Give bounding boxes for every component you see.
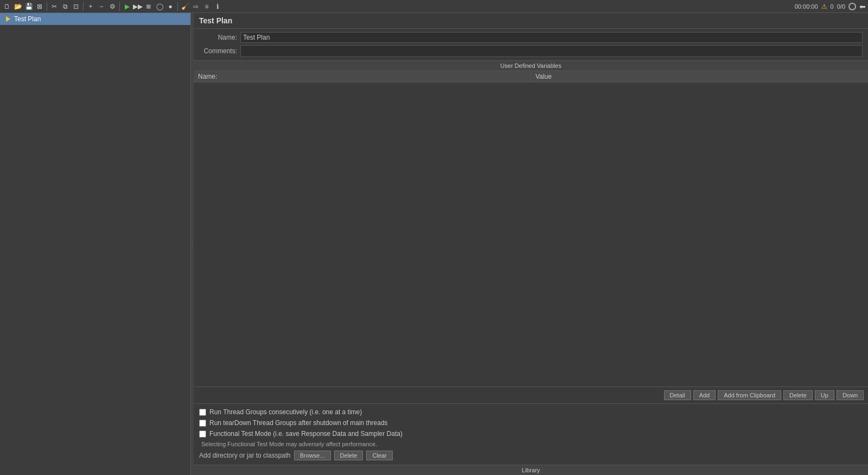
sidebar-item-test-plan[interactable]: Test Plan — [0, 13, 190, 25]
name-input[interactable] — [240, 32, 863, 43]
comments-input[interactable] — [240, 45, 863, 57]
up-button[interactable]: Up — [815, 390, 834, 400]
hint-text: Selecting Functional Test Mode may adver… — [199, 441, 863, 447]
settings-toolbar-icon[interactable]: ⚙ — [107, 2, 117, 11]
warning-triangle-icon: ⚠ — [821, 3, 827, 10]
panel-title: Test Plan — [194, 13, 868, 29]
variables-header-label: User Defined Variables — [194, 61, 868, 71]
functional-test-mode-row: Functional Test Mode (i.e. save Response… — [199, 430, 863, 438]
name-label: Name: — [199, 34, 237, 41]
remote-icon[interactable]: ⇨ — [191, 2, 201, 11]
delete-variable-button[interactable]: Delete — [783, 390, 813, 400]
functional-test-mode-checkbox[interactable] — [199, 430, 206, 438]
sep3 — [119, 2, 120, 11]
sidebar: Test Plan — [0, 13, 191, 475]
col-name-header: Name: — [194, 71, 531, 82]
paste-icon[interactable]: ⊡ — [71, 2, 81, 11]
browse-button[interactable]: Browse... — [294, 451, 331, 460]
add-toolbar-icon[interactable]: + — [86, 2, 95, 11]
clear-button[interactable]: Clear — [366, 451, 392, 460]
copy-icon[interactable]: ⧉ — [60, 2, 70, 11]
save-icon[interactable]: 💾 — [24, 2, 34, 11]
functional-test-mode-label: Functional Test Mode (i.e. save Response… — [209, 430, 403, 438]
sep4 — [177, 2, 178, 11]
sep2 — [83, 2, 84, 11]
down-button[interactable]: Down — [837, 390, 864, 400]
add-from-clipboard-button[interactable]: Add from Clipboard — [718, 390, 781, 400]
run-teardown-label: Run tearDown Thread Groups after shutdow… — [209, 419, 388, 427]
start-icon[interactable]: ▶ — [122, 2, 132, 11]
library-section: Library — [194, 465, 868, 475]
toolbar-right: 00:00:00 ⚠ 0 0/0 ⬅ — [795, 2, 866, 11]
warning-count: 0 — [831, 3, 834, 10]
info-icon[interactable]: ℹ — [213, 2, 222, 11]
open-icon[interactable]: 📂 — [13, 2, 23, 11]
run-thread-groups-checkbox[interactable] — [199, 409, 206, 416]
globe-icon — [848, 3, 856, 10]
main-layout: Test Plan ⋮ Test Plan Name: Comments: Us… — [0, 13, 868, 475]
bottom-section: Run Thread Groups consecutively (i.e. on… — [194, 403, 868, 465]
variables-table-header: Name: Value — [194, 71, 868, 83]
run-teardown-row: Run tearDown Thread Groups after shutdow… — [199, 419, 863, 427]
run-thread-groups-label: Run Thread Groups consecutively (i.e. on… — [209, 408, 362, 416]
toolbar: 🗋 📂 💾 ⊠ ✂ ⧉ ⊡ + − ⚙ ▶ ▶▶ ⏹ ◯ ● 🧹 ⇨ ≡ ℹ 0… — [0, 0, 868, 13]
name-row: Name: — [199, 32, 863, 43]
back-icon[interactable]: ⬅ — [859, 2, 866, 11]
cut-icon[interactable]: ✂ — [49, 2, 59, 11]
status-time: 00:00:00 — [795, 3, 818, 10]
run-thread-groups-row: Run Thread Groups consecutively (i.e. on… — [199, 408, 863, 416]
classpath-row: Add directory or jar to classpath Browse… — [199, 451, 863, 460]
form-area: Name: Comments: — [194, 29, 868, 61]
new-icon[interactable]: 🗋 — [2, 2, 12, 11]
saveas-icon[interactable]: ⊠ — [35, 2, 44, 11]
add-variable-button[interactable]: Add — [693, 390, 716, 400]
error-count: 0/0 — [837, 3, 845, 10]
broom-icon[interactable]: 🧹 — [180, 2, 190, 11]
col-value-header: Value — [531, 71, 868, 82]
test-plan-icon — [4, 15, 12, 23]
comments-row: Comments: — [199, 45, 863, 57]
content-panel: Test Plan Name: Comments: User Defined V… — [194, 13, 868, 475]
run-teardown-checkbox[interactable] — [199, 420, 206, 427]
classpath-label: Add directory or jar to classpath — [199, 452, 291, 459]
variables-body — [194, 83, 868, 387]
clear-icon[interactable]: ◯ — [155, 2, 164, 11]
stop-icon[interactable]: ⏹ — [144, 2, 154, 11]
report-icon[interactable]: ● — [165, 2, 175, 11]
sep1 — [47, 2, 47, 11]
start2-icon[interactable]: ▶▶ — [133, 2, 143, 11]
sidebar-item-label: Test Plan — [14, 15, 41, 23]
variables-actions: Detail Add Add from Clipboard Delete Up … — [194, 387, 868, 403]
delete-classpath-button[interactable]: Delete — [334, 451, 363, 460]
comments-label: Comments: — [199, 47, 237, 55]
detail-button[interactable]: Detail — [664, 390, 691, 400]
variables-section: User Defined Variables Name: Value Detai… — [194, 61, 868, 403]
remove-toolbar-icon[interactable]: − — [97, 2, 106, 11]
logview-icon[interactable]: ≡ — [202, 2, 212, 11]
